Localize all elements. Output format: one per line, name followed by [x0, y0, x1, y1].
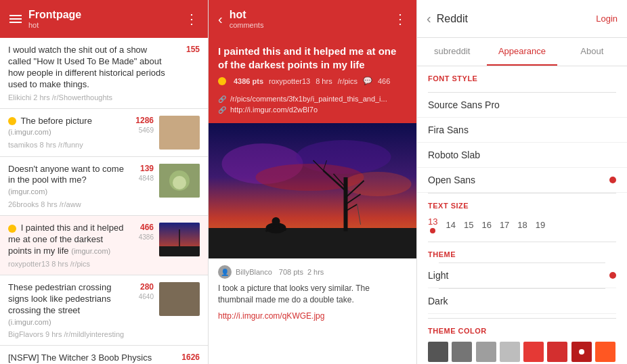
feed-item-score: 155: [176, 45, 200, 54]
list-item[interactable]: I would watch the shit out of a show cal…: [0, 38, 208, 109]
color-grid: [428, 342, 616, 364]
feed-item-right: 1626: [176, 352, 200, 362]
text-size-label: TEXT SIZE: [428, 202, 616, 210]
theme-color-label: THEME COLOR: [428, 327, 616, 335]
detail-more-icon[interactable]: ⋮: [393, 11, 407, 27]
feed-item-subscore: 4848: [139, 175, 154, 182]
font-name: Fira Sans: [428, 124, 469, 135]
feed-item-content: The before picture (i.imgur.com) tsamiko…: [8, 116, 125, 150]
font-name: Source Sans Pro: [428, 99, 500, 110]
feed-item-score: 1286: [130, 116, 154, 125]
font-style-section: FONT STYLE: [417, 66, 627, 92]
color-swatch[interactable]: [571, 342, 592, 362]
comment-pts: 708 pts: [279, 268, 303, 276]
color-swatch[interactable]: [547, 342, 567, 362]
feed-item-thumbnail: [159, 223, 200, 256]
detail-post-meta: 4386 pts roxypotter13 8 hrs /r/pics 💬 46…: [218, 76, 407, 85]
theme-color-section: THEME COLOR: [417, 319, 627, 364]
text-size-18[interactable]: 18: [517, 220, 527, 230]
text-size-19[interactable]: 19: [536, 220, 545, 230]
link-icon: 🔗: [218, 95, 226, 103]
list-item[interactable]: These pedestrian crossing signs look lik…: [0, 275, 208, 346]
text-size-17[interactable]: 17: [500, 220, 509, 230]
tab-about[interactable]: About: [557, 38, 627, 66]
link-1-text: /r/pics/comments/3fx1by/i_painted_this_a…: [230, 95, 387, 103]
theme-name: Dark: [428, 296, 448, 306]
detail-title: hot: [230, 9, 264, 21]
font-option-source-sans[interactable]: Source Sans Pro: [417, 93, 627, 118]
feed-item-content: I would watch the shit out of a show cal…: [8, 45, 171, 101]
svg-point-2: [173, 176, 186, 189]
theme-name: Light: [428, 270, 448, 281]
detail-post-title: I painted this and it helped me at one o…: [218, 45, 407, 71]
color-swatch[interactable]: [452, 342, 472, 362]
settings-header-left: ‹ Reddit: [427, 11, 468, 26]
detail-header: ‹ hot comments ⋮: [209, 0, 416, 38]
feed-item-content: [NSFW] The Witcher 3 Boob Physics (gfyca…: [8, 352, 171, 364]
feed-item-thumbnail: [159, 282, 200, 316]
comment-username: BillyBlanco: [236, 268, 272, 276]
post-subreddit: /r/pics: [338, 77, 358, 85]
tab-subreddit[interactable]: subreddit: [417, 38, 487, 66]
text-size-15[interactable]: 15: [464, 220, 473, 230]
feed-item-subscore: 5469: [139, 127, 154, 134]
feed-item-right: 280 4640: [130, 282, 154, 300]
feed-subtitle: hot: [28, 21, 81, 29]
text-size-16[interactable]: 16: [481, 220, 491, 230]
detail-post-links: 🔗 /r/pics/comments/3fx1by/i_painted_this…: [209, 95, 416, 123]
post-pts: 4386 pts: [234, 77, 263, 85]
feed-item-right: 1286 5469: [130, 116, 154, 134]
list-item[interactable]: [NSFW] The Witcher 3 Boob Physics (gfyca…: [0, 346, 208, 364]
feed-item-score: 466: [130, 223, 154, 232]
feed-panel: Frontpage hot ⋮ I would watch the shit o…: [0, 0, 209, 364]
comment-time: 2 hrs: [307, 268, 324, 276]
color-swatch[interactable]: [523, 342, 544, 362]
text-size-13[interactable]: 13: [428, 217, 437, 233]
login-button[interactable]: Login: [596, 14, 618, 24]
feed-more-icon[interactable]: ⋮: [185, 11, 198, 27]
feed-item-subscore: 4640: [139, 293, 154, 300]
color-swatch[interactable]: [595, 342, 615, 362]
feed-item-content: I painted this and it helped me at one o…: [8, 223, 125, 268]
avatar: 👤: [218, 265, 232, 279]
detail-link-1[interactable]: 🔗 /r/pics/comments/3fx1by/i_painted_this…: [218, 95, 407, 103]
text-size-14[interactable]: 14: [446, 220, 455, 230]
feed-list: I would watch the shit out of a show cal…: [0, 38, 208, 364]
svg-point-10: [344, 172, 412, 196]
tab-appearance[interactable]: Appearance: [487, 38, 557, 66]
feed-item-right: 466 4386: [130, 223, 154, 241]
text-size-section: TEXT SIZE 13 14 15 16 17: [417, 194, 627, 242]
settings-back-icon[interactable]: ‹: [427, 11, 431, 26]
font-option-fira-sans[interactable]: Fira Sans: [417, 118, 627, 143]
font-option-roboto-slab[interactable]: Roboto Slab: [417, 143, 627, 168]
back-icon[interactable]: ‹: [218, 12, 223, 27]
theme-dark[interactable]: Dark: [428, 289, 616, 314]
font-option-open-sans[interactable]: Open Sans: [417, 168, 627, 193]
gold-icon: [8, 225, 16, 233]
settings-header: ‹ Reddit Login: [417, 0, 627, 38]
color-swatch[interactable]: [428, 342, 448, 362]
selected-indicator: [609, 177, 616, 183]
feed-item-title: [NSFW] The Witcher 3 Boob Physics: [8, 352, 171, 364]
hamburger-icon[interactable]: [9, 15, 22, 23]
svg-rect-11: [209, 228, 416, 258]
detail-image-canvas: [209, 123, 416, 258]
list-item[interactable]: I painted this and it helped me at one o…: [0, 216, 208, 275]
post-user: roxypotter13: [269, 77, 310, 85]
feed-item-content: Doesn't anyone want to come in the pool …: [8, 164, 125, 209]
color-swatch[interactable]: [500, 342, 520, 362]
link-icon: 🔗: [218, 106, 226, 114]
detail-link-2[interactable]: 🔗 http://i.imgur.com/d2wBl7o: [218, 106, 407, 114]
theme-label: THEME: [428, 250, 616, 258]
settings-brand: Reddit: [437, 13, 468, 25]
comment-link[interactable]: http://i.imgur.com/qKWGE.jpg: [218, 311, 407, 321]
selected-indicator: [609, 272, 616, 279]
theme-light[interactable]: Light: [428, 263, 616, 288]
feed-item-thumbnail: [159, 164, 200, 198]
text-size-row: 13 14 15 16 17 18 19: [428, 217, 616, 233]
color-swatch[interactable]: [476, 342, 496, 362]
feed-title: Frontpage: [28, 9, 81, 21]
list-item[interactable]: The before picture (i.imgur.com) tsamiko…: [0, 109, 208, 157]
list-item[interactable]: Doesn't anyone want to come in the pool …: [0, 157, 208, 217]
feed-item-meta: roxypotter13 8 hrs /r/pics: [8, 260, 125, 268]
